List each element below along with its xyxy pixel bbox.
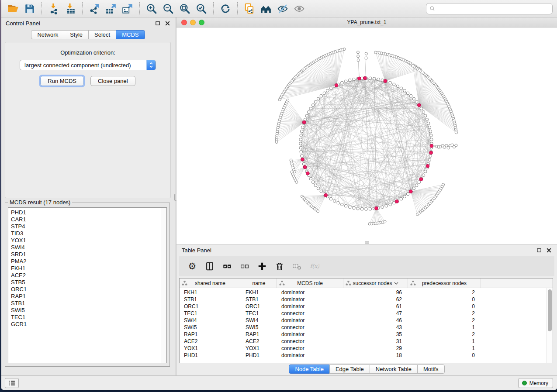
- optimization-criterion-label: Optimization criterion:: [5, 49, 170, 56]
- criterion-dropdown[interactable]: largest connected component (undirected): [20, 60, 156, 70]
- table-cell: 62: [343, 296, 408, 303]
- export-table-icon[interactable]: [103, 1, 119, 16]
- sort-indicator-icon: [394, 282, 398, 285]
- table-cell: 2: [408, 331, 481, 338]
- export-image-icon[interactable]: [119, 1, 136, 16]
- export-network-icon[interactable]: [86, 1, 103, 16]
- mcds-result-item[interactable]: STB5: [11, 279, 166, 286]
- task-list-icon: [8, 379, 16, 387]
- select-all-rows-icon[interactable]: [218, 258, 236, 274]
- network-canvas[interactable]: [176, 28, 557, 244]
- table-cell: 96: [343, 289, 408, 296]
- close-panel-button[interactable]: Close panel: [90, 76, 135, 86]
- open-file-icon[interactable]: [5, 1, 21, 16]
- memory-button[interactable]: Memory: [518, 378, 553, 388]
- clear-selection-icon[interactable]: [236, 258, 253, 274]
- mcds-result-item[interactable]: YOX1: [11, 237, 166, 244]
- mcds-result-item[interactable]: SWI5: [11, 307, 166, 314]
- close-table-panel-icon[interactable]: [546, 248, 552, 253]
- mcds-panel: Optimization criterion: largest connecte…: [5, 42, 171, 198]
- float-panel-icon[interactable]: [155, 21, 161, 26]
- table-scrollbar[interactable]: [547, 288, 553, 363]
- table-row[interactable]: ORC1ORC1dominator610: [180, 303, 553, 310]
- column-header-name[interactable]: name: [241, 279, 277, 288]
- memory-status-icon: [522, 381, 527, 385]
- mcds-result-item[interactable]: PHD1: [11, 209, 166, 216]
- zoom-in-icon[interactable]: [143, 1, 160, 16]
- save-session-icon[interactable]: [21, 1, 38, 16]
- close-panel-icon[interactable]: [165, 21, 170, 26]
- mcds-result-item[interactable]: CAR1: [11, 216, 166, 223]
- table-cell: SWI5: [241, 324, 277, 331]
- tab-motifs[interactable]: Motifs: [417, 364, 445, 374]
- zoom-selected-icon[interactable]: [193, 1, 210, 16]
- result-list-scrollbar[interactable]: [161, 208, 166, 363]
- column-settings-gear-icon[interactable]: ⚙: [183, 258, 201, 274]
- toolbar-separator: [237, 2, 238, 15]
- table-row[interactable]: RAP1RAP1dominator352: [180, 331, 553, 338]
- zoom-fit-icon[interactable]: [176, 1, 193, 16]
- float-table-panel-icon[interactable]: [536, 248, 542, 253]
- mcds-result-item[interactable]: ACE2: [11, 272, 166, 279]
- table-cell: 2: [408, 317, 481, 324]
- column-namespace-icon: [182, 280, 187, 286]
- table-row[interactable]: SWI4SWI4dominator462: [180, 317, 553, 324]
- column-header-successor-nodes[interactable]: successor nodes: [343, 279, 408, 288]
- mcds-result-item[interactable]: STP4: [11, 223, 166, 230]
- tab-select[interactable]: Select: [88, 30, 116, 39]
- run-mcds-button[interactable]: Run MCDS: [40, 76, 84, 86]
- table-row[interactable]: FKH1FKH1dominator962: [180, 289, 553, 296]
- tab-mcds[interactable]: MCDS: [116, 30, 145, 39]
- column-header-shared-name[interactable]: shared name: [180, 279, 241, 288]
- horizontal-splitter-grip[interactable]: [365, 241, 369, 244]
- first-neighbors-icon[interactable]: [258, 1, 274, 16]
- mcds-result-item[interactable]: PMA2: [11, 258, 166, 265]
- delete-column-icon[interactable]: [271, 258, 288, 274]
- copy-network-icon[interactable]: [241, 1, 258, 16]
- show-columns-icon[interactable]: [201, 258, 218, 274]
- table-cell: SWI5: [180, 324, 241, 331]
- import-network-icon[interactable]: [45, 1, 62, 16]
- mcds-result-item[interactable]: ORC1: [11, 286, 166, 293]
- mcds-result-item[interactable]: RAP1: [11, 293, 166, 300]
- mcds-result-item[interactable]: TEC1: [11, 314, 166, 321]
- tab-network[interactable]: Network: [31, 30, 64, 39]
- table-row[interactable]: YOX1YOX1connector291: [180, 345, 553, 352]
- window-minimize-light[interactable]: [190, 20, 196, 25]
- mcds-result-item[interactable]: SWI4: [11, 244, 166, 251]
- table-scrollbar-thumb[interactable]: [548, 289, 552, 331]
- mcds-result-items: PHD1CAR1STP4TID3YOX1SWI4SRD1PMA2FKH1ACE2…: [8, 208, 166, 328]
- import-table-icon[interactable]: [62, 1, 79, 16]
- zoom-out-icon[interactable]: [160, 1, 176, 16]
- mcds-result-item[interactable]: SRD1: [11, 251, 166, 258]
- column-header-MCDS-role[interactable]: MCDS role: [277, 279, 343, 288]
- table-cell: YOX1: [241, 345, 277, 352]
- table-cell: 2: [408, 289, 481, 296]
- refresh-layout-icon[interactable]: [217, 1, 234, 16]
- mcds-result-box: MCDS result (17 nodes) PHD1CAR1STP4TID3Y…: [5, 203, 170, 367]
- task-history-button[interactable]: [5, 378, 19, 388]
- table-row[interactable]: ACE2ACE2connector311: [180, 338, 553, 345]
- network-graph-svg[interactable]: [176, 28, 557, 244]
- mcds-result-item[interactable]: GCR1: [11, 321, 166, 328]
- column-header-predecessor-nodes[interactable]: predecessor nodes: [408, 279, 481, 288]
- table-row[interactable]: TEC1TEC1connector472: [180, 310, 553, 317]
- tab-network-table[interactable]: Network Table: [370, 364, 418, 374]
- mcds-result-item[interactable]: STB1: [11, 300, 166, 307]
- table-cell: dominator: [277, 296, 343, 303]
- control-panel-title: Control Panel: [6, 20, 40, 27]
- window-close-light[interactable]: [181, 20, 187, 25]
- tab-node-table[interactable]: Node Table: [289, 364, 330, 374]
- tab-edge-table[interactable]: Edge Table: [329, 364, 370, 374]
- table-row[interactable]: STB1STB1dominator620: [180, 296, 553, 303]
- table-row[interactable]: PHD1PHD1dominator180: [180, 352, 553, 359]
- show-all-icon[interactable]: [291, 1, 308, 16]
- search-input[interactable]: [438, 6, 550, 12]
- window-zoom-light[interactable]: [199, 20, 204, 25]
- hide-selected-icon[interactable]: [274, 1, 291, 16]
- mcds-result-item[interactable]: TID3: [11, 230, 166, 237]
- tab-style[interactable]: Style: [64, 30, 89, 39]
- mcds-result-item[interactable]: FKH1: [11, 265, 166, 272]
- table-row[interactable]: SWI5SWI5connector431: [180, 324, 553, 331]
- add-column-icon[interactable]: [253, 258, 271, 274]
